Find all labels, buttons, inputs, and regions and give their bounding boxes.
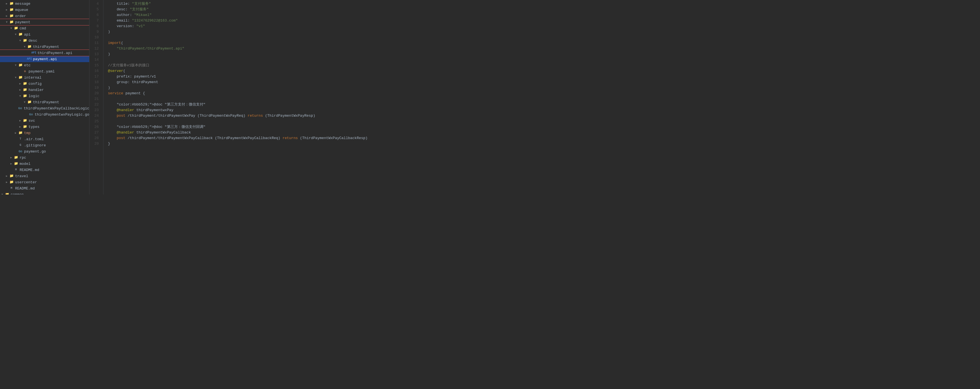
expand-arrow[interactable]: ▼ bbox=[18, 95, 22, 98]
tree-item-cmd[interactable]: ▼📁cmd bbox=[0, 25, 89, 31]
tree-item-label: api bbox=[24, 32, 30, 37]
tree-item-common[interactable]: ▼📁common bbox=[0, 191, 89, 194]
toml-icon: T bbox=[18, 137, 23, 142]
tree-item-desc[interactable]: ▼📁desc bbox=[0, 38, 89, 44]
tree-item-internal[interactable]: ▼📁internal bbox=[0, 75, 89, 81]
tree-item-README.md[interactable]: MREADME.md bbox=[0, 167, 89, 173]
tree-item-.air.toml[interactable]: T.air.toml bbox=[0, 136, 89, 142]
line-number: 14 bbox=[89, 57, 101, 63]
tree-item-travel[interactable]: ▶📁travel bbox=[0, 173, 89, 179]
tree-item-svc[interactable]: ▶📁svc bbox=[0, 118, 89, 124]
line-number: 20 bbox=[89, 91, 101, 96]
tree-item-label: thirdPayment bbox=[33, 100, 59, 104]
tree-item-label: thirdPayment.api bbox=[38, 51, 72, 55]
go-icon: Go bbox=[29, 112, 33, 117]
collapse-arrow[interactable]: ▶ bbox=[5, 180, 9, 184]
tree-item-label: thirdPaymentWxPayCallbackLogic bbox=[24, 106, 89, 110]
tree-item-thirdPayment[interactable]: ▼📁thirdPayment bbox=[0, 44, 89, 50]
tree-item-thirdPayment2[interactable]: ▼📁thirdPayment bbox=[0, 99, 89, 105]
collapse-arrow[interactable]: ▶ bbox=[5, 174, 9, 178]
line-number: 7 bbox=[89, 18, 101, 24]
tree-item-api[interactable]: ▼📁api bbox=[0, 31, 89, 38]
tree-item-config[interactable]: ▶📁config bbox=[0, 81, 89, 87]
tree-item-payment.go[interactable]: Gopayment.go bbox=[0, 148, 89, 155]
tree-item-etc[interactable]: ▼📁etc bbox=[0, 62, 89, 68]
collapse-arrow[interactable]: ▶ bbox=[9, 156, 13, 159]
tree-item-label: README.md bbox=[19, 168, 39, 172]
tree-item-mqueue[interactable]: ▶📁mqueue bbox=[0, 7, 89, 13]
collapse-arrow[interactable]: ▶ bbox=[5, 8, 9, 11]
folder-icon: 📁 bbox=[22, 118, 27, 123]
expand-arrow[interactable]: ▼ bbox=[0, 193, 5, 195]
folder-icon: 📁 bbox=[22, 124, 27, 129]
folder-icon: 📁 bbox=[18, 63, 23, 68]
tree-item-label: desc bbox=[29, 38, 37, 43]
file-tree[interactable]: ▶📁message▶📁mqueue▶📁order▼📁payment▼📁cmd▼📁… bbox=[0, 0, 89, 194]
collapse-arrow[interactable]: ▶ bbox=[18, 82, 22, 85]
tree-item-usercenter[interactable]: ▶📁usercenter bbox=[0, 179, 89, 185]
tree-item-label: model bbox=[19, 162, 30, 166]
line-number: 9 bbox=[89, 29, 101, 35]
tree-item-label: message bbox=[15, 2, 30, 6]
tree-item-label: svc bbox=[29, 119, 35, 123]
expand-arrow[interactable]: ▼ bbox=[9, 27, 13, 30]
line-number: 23 bbox=[89, 107, 101, 113]
collapse-arrow[interactable]: ▶ bbox=[5, 2, 9, 5]
line-number: 8 bbox=[89, 24, 101, 29]
tree-item-label: logic bbox=[29, 94, 40, 98]
code-line: import( bbox=[108, 40, 490, 46]
folder-icon: 📁 bbox=[9, 180, 14, 185]
tree-item-label: handler bbox=[29, 88, 44, 92]
code-line: //支付服务v1版本的接口 bbox=[108, 63, 490, 68]
code-line: } bbox=[108, 141, 490, 147]
tree-item-.gitignore[interactable]: G.gitignore bbox=[0, 142, 89, 148]
tree-item-thirdPayment.api[interactable]: APIthirdPayment.api bbox=[0, 50, 89, 56]
collapse-arrow[interactable]: ▶ bbox=[5, 14, 9, 18]
expand-arrow[interactable]: ▼ bbox=[22, 101, 27, 104]
tree-item-label: etc bbox=[24, 63, 30, 67]
expand-arrow[interactable]: ▼ bbox=[5, 21, 9, 24]
tree-item-payment.api[interactable]: APIpayment.api bbox=[0, 56, 89, 62]
code-line: version: "v1" bbox=[108, 24, 490, 29]
tree-item-label: mqueue bbox=[15, 8, 28, 12]
collapse-arrow[interactable]: ▶ bbox=[18, 88, 22, 91]
tree-item-label: payment.api bbox=[33, 57, 57, 61]
tree-item-order[interactable]: ▶📁order bbox=[0, 13, 89, 19]
line-number: 4 bbox=[89, 1, 101, 7]
line-numbers: 4567891011121314151617181920212223242526… bbox=[89, 0, 103, 194]
tree-item-thirdPaymentwxPayLogic.go[interactable]: GothirdPaymentwxPayLogic.go bbox=[0, 112, 89, 118]
tree-item-payment[interactable]: ▼📁payment bbox=[0, 19, 89, 25]
tree-item-handler[interactable]: ▶📁handler bbox=[0, 87, 89, 93]
folder-icon: 📁 bbox=[13, 161, 19, 166]
line-number: 21 bbox=[89, 96, 101, 102]
line-number: 28 bbox=[89, 136, 101, 141]
tree-item-label: thirdPaymentwxPayLogic.go bbox=[35, 113, 89, 117]
tree-item-label: cmd bbox=[19, 26, 26, 30]
tree-item-rpc[interactable]: ▶📁rpc bbox=[0, 155, 89, 161]
tree-item-label: internal bbox=[24, 76, 41, 80]
collapse-arrow[interactable]: ▶ bbox=[13, 131, 18, 135]
folder-icon: 📁 bbox=[13, 26, 19, 31]
code-line: "thirdPayment/thirdPayment.api" bbox=[108, 46, 490, 51]
expand-arrow[interactable]: ▼ bbox=[13, 33, 18, 36]
expand-arrow[interactable]: ▼ bbox=[13, 76, 18, 79]
expand-arrow[interactable]: ▼ bbox=[13, 64, 18, 67]
collapse-arrow[interactable]: ▶ bbox=[9, 162, 13, 166]
tree-item-label: README.md bbox=[15, 187, 35, 191]
tree-item-logic[interactable]: ▼📁logic bbox=[0, 93, 89, 99]
expand-arrow[interactable]: ▼ bbox=[22, 45, 27, 48]
tree-item-tmp[interactable]: ▶📁tmp bbox=[0, 130, 89, 136]
collapse-arrow[interactable]: ▶ bbox=[18, 125, 22, 128]
line-number: 12 bbox=[89, 46, 101, 51]
tree-item-payment.yaml[interactable]: ⚙payment.yaml bbox=[0, 68, 89, 75]
tree-item-README.md2[interactable]: MREADME.md bbox=[0, 185, 89, 191]
tree-item-thirdPaymentWxPayCallbackLogic[interactable]: GothirdPaymentWxPayCallbackLogic bbox=[0, 105, 89, 112]
code-line: post /thirdPayment/thirdPaymentWxPayCall… bbox=[108, 136, 490, 141]
folder-icon: 📁 bbox=[18, 131, 23, 136]
collapse-arrow[interactable]: ▶ bbox=[18, 119, 22, 122]
tree-item-types[interactable]: ▶📁types bbox=[0, 124, 89, 130]
tree-item-model[interactable]: ▶📁model bbox=[0, 161, 89, 167]
folder-icon: 📁 bbox=[18, 32, 23, 37]
expand-arrow[interactable]: ▼ bbox=[18, 39, 22, 42]
tree-item-message[interactable]: ▶📁message bbox=[0, 0, 89, 7]
